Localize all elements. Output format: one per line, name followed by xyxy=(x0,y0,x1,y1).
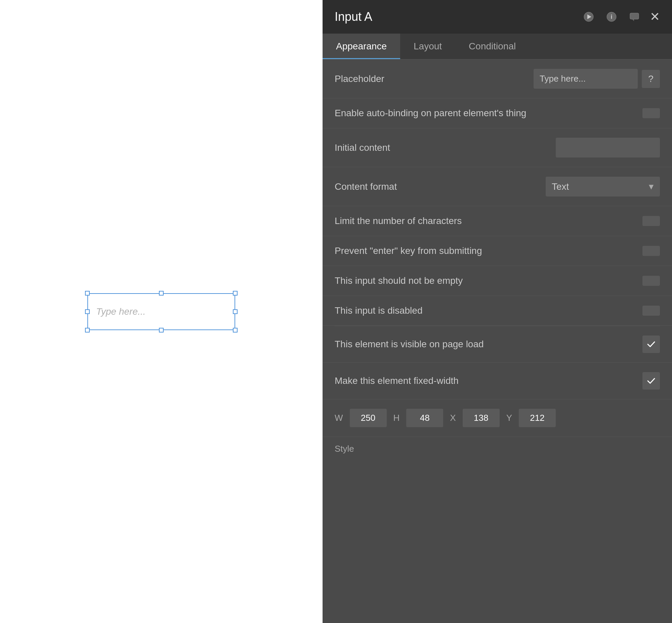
header-icons: i ✕ xyxy=(581,9,660,24)
style-section-label: Style xyxy=(323,437,672,457)
visible-checkbox[interactable] xyxy=(642,335,660,353)
handle-bottom-left[interactable] xyxy=(85,328,90,332)
tabs-bar: Appearance Layout Conditional xyxy=(323,34,672,59)
h-input[interactable] xyxy=(406,409,443,427)
h-label: H xyxy=(393,413,400,423)
canvas-area: Type here... xyxy=(0,0,323,623)
auto-binding-toggle[interactable] xyxy=(642,108,660,118)
close-button[interactable]: ✕ xyxy=(650,11,660,23)
y-label: Y xyxy=(506,413,512,423)
svg-rect-4 xyxy=(630,13,639,19)
fixed-width-checkbox[interactable] xyxy=(642,372,660,390)
svg-text:i: i xyxy=(611,13,612,20)
not-empty-control xyxy=(642,276,660,286)
info-icon-button[interactable]: i xyxy=(604,9,619,24)
handle-bottom-right[interactable] xyxy=(233,328,237,332)
fixed-width-control xyxy=(642,372,660,390)
handle-top-right[interactable] xyxy=(233,291,237,296)
fixed-width-label: Make this element fixed-width xyxy=(335,376,642,386)
placeholder-help-button[interactable]: ? xyxy=(642,70,660,88)
x-label: X xyxy=(450,413,456,423)
canvas-placeholder-text: Type here... xyxy=(96,306,145,317)
input-element[interactable]: Type here... xyxy=(87,293,235,330)
limit-chars-toggle[interactable] xyxy=(642,216,660,226)
placeholder-input[interactable] xyxy=(534,69,638,89)
w-label: W xyxy=(335,413,343,423)
w-input[interactable] xyxy=(350,409,387,427)
handle-bottom-center[interactable] xyxy=(159,328,164,332)
play-icon-button[interactable] xyxy=(581,9,596,24)
tab-conditional[interactable]: Conditional xyxy=(455,34,529,59)
initial-content-label: Initial content xyxy=(335,142,556,153)
panel-header: Input A i ✕ xyxy=(323,0,672,34)
handle-top-left[interactable] xyxy=(85,291,90,296)
handle-middle-right[interactable] xyxy=(233,309,237,314)
content-format-control: Text Number Email Password Date ▼ xyxy=(546,177,660,197)
limit-chars-label: Limit the number of characters xyxy=(335,216,642,226)
limit-chars-control xyxy=(642,216,660,226)
svg-marker-5 xyxy=(632,19,634,21)
handle-top-center[interactable] xyxy=(159,291,164,296)
initial-content-row: Initial content xyxy=(323,128,672,167)
initial-content-input[interactable] xyxy=(556,138,660,157)
x-input[interactable] xyxy=(463,409,500,427)
content-format-select[interactable]: Text Number Email Password Date xyxy=(546,177,660,197)
handle-middle-left[interactable] xyxy=(85,309,90,314)
disabled-toggle[interactable] xyxy=(642,306,660,316)
y-input[interactable] xyxy=(519,409,556,427)
auto-binding-control xyxy=(642,108,660,118)
tab-layout[interactable]: Layout xyxy=(400,34,455,59)
prevent-enter-toggle[interactable] xyxy=(642,246,660,256)
fixed-width-row: Make this element fixed-width xyxy=(323,363,672,399)
placeholder-label: Placeholder xyxy=(335,73,534,84)
comment-icon-button[interactable] xyxy=(627,9,642,24)
placeholder-control: ? xyxy=(534,69,660,89)
disabled-row: This input is disabled xyxy=(323,296,672,326)
auto-binding-row: Enable auto-binding on parent element's … xyxy=(323,98,672,128)
auto-binding-label: Enable auto-binding on parent element's … xyxy=(335,108,642,119)
panel-content: Placeholder ? Enable auto-binding on par… xyxy=(323,59,672,623)
disabled-control xyxy=(642,306,660,316)
disabled-label: This input is disabled xyxy=(335,305,642,316)
dimensions-row: W H X Y xyxy=(323,399,672,437)
visible-row: This element is visible on page load xyxy=(323,326,672,363)
content-format-row: Content format Text Number Email Passwor… xyxy=(323,167,672,206)
not-empty-row: This input should not be empty xyxy=(323,266,672,296)
content-format-dropdown-wrapper: Text Number Email Password Date ▼ xyxy=(546,177,660,197)
limit-chars-row: Limit the number of characters xyxy=(323,206,672,236)
content-format-label: Content format xyxy=(335,181,546,192)
visible-label: This element is visible on page load xyxy=(335,339,642,350)
selected-element-wrapper: Type here... xyxy=(87,293,235,330)
tab-appearance[interactable]: Appearance xyxy=(323,34,400,59)
initial-content-control xyxy=(556,138,660,157)
visible-control xyxy=(642,335,660,353)
prevent-enter-label: Prevent "enter" key from submitting xyxy=(335,245,642,256)
panel-title: Input A xyxy=(335,10,372,24)
placeholder-row: Placeholder ? xyxy=(323,59,672,98)
properties-panel: Input A i ✕ xyxy=(323,0,672,623)
prevent-enter-control xyxy=(642,246,660,256)
prevent-enter-row: Prevent "enter" key from submitting xyxy=(323,236,672,266)
not-empty-label: This input should not be empty xyxy=(335,275,642,286)
not-empty-toggle[interactable] xyxy=(642,276,660,286)
